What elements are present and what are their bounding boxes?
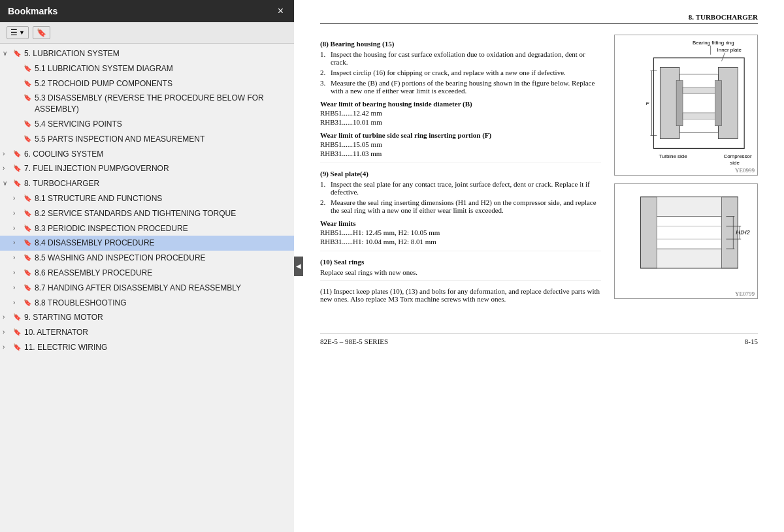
list-item: Inspect circlip (16) for chipping or cra… <box>320 69 601 76</box>
svg-rect-22 <box>657 197 721 217</box>
sidebar-item-5.4[interactable]: 🔖5.4 SERVICING POINTS <box>0 117 294 132</box>
seal-rings-section: (10) Seal rings Replace seal rings with … <box>320 258 601 281</box>
sidebar-item-8.4[interactable]: ›🔖8.4 DISASSEMBLY PROCEDURE <box>0 236 294 251</box>
bookmark-flag-icon: 🔖 <box>24 298 31 307</box>
toolbar-options-button[interactable]: ☰ ▼ <box>7 26 29 39</box>
wear-limits-1: Wear limit of bearing housing inside dia… <box>320 100 601 157</box>
bookmark-flag-icon: 🔖 <box>13 343 21 352</box>
svg-text:Bearing fitting ring: Bearing fitting ring <box>693 40 734 46</box>
footer-page: 8-15 <box>745 337 758 345</box>
bookmark-flag-icon: 🔖 <box>13 149 21 159</box>
sidebar-item-5.2[interactable]: 🔖5.2 TROCHOID PUMP COMPONENTS <box>0 76 294 91</box>
bookmark-flag-icon: 🔖 <box>24 64 31 73</box>
bookmark-item-label: 5.4 SERVICING POINTS <box>35 119 290 130</box>
sidebar-item-8.8[interactable]: ›🔖8.8 TROUBLESHOOTING <box>0 296 294 311</box>
chevron-down-icon: ▼ <box>19 29 25 36</box>
expand-arrow-icon: › <box>13 298 22 307</box>
bookmark-flag-icon: 🔖 <box>13 313 21 322</box>
keep-plates-text: (11) Inspect keep plates (10), (13) and … <box>320 287 601 303</box>
page-header: 8. TURBOCHARGER <box>320 13 758 24</box>
bookmark-flag-icon: 🔖 <box>13 164 21 173</box>
sidebar-item-lubrication[interactable]: ∨🔖5. LUBRICATION SYSTEM <box>0 46 294 61</box>
svg-line-3 <box>721 53 725 61</box>
bookmark-flag-icon: 🔖 <box>24 224 31 233</box>
wear-value: RHB31......11.03 mm <box>320 149 601 157</box>
sidebar-item-9[interactable]: ›🔖9. STARTING MOTOR <box>0 310 294 325</box>
seal-plate-diagram: H1 H2 YE0799 <box>614 183 758 299</box>
bookmark-flag-icon: 🔖 <box>24 238 31 247</box>
wear-limits-2: Wear limits RHB51......H1: 12.45 mm, H2:… <box>320 219 601 245</box>
list-item: Measure the (B) and (F) portions of the … <box>320 79 601 95</box>
sidebar-item-11[interactable]: ›🔖11. ELECTRIC WIRING <box>0 340 294 355</box>
bookmark-flag-icon: 🔖 <box>24 119 31 129</box>
bearing-housing-header: (8) Bearing housing (15) <box>320 40 601 48</box>
svg-rect-6 <box>679 74 718 132</box>
sidebar-item-8[interactable]: ∨🔖8. TURBOCHARGER <box>0 176 294 191</box>
bookmark-item-label: 10. ALTERNATOR <box>24 327 290 338</box>
diagram2-caption: YE0799 <box>615 289 757 298</box>
expand-arrow-icon: › <box>13 194 22 203</box>
sidebar-collapse-button[interactable]: ◀ <box>294 257 303 276</box>
bookmark-item-label: 8.1 STRUCTURE AND FUNCTIONS <box>35 193 290 204</box>
expand-arrow-icon: › <box>3 328 12 337</box>
sidebar-title: Bookmarks <box>8 6 57 16</box>
bookmark-item-label: 5.5 PARTS INSPECTION AND MEASUREMENT <box>35 134 290 145</box>
bookmark-flag-icon: 🔖 <box>24 209 31 218</box>
expand-arrow-icon: › <box>3 164 12 173</box>
sidebar-item-8.7[interactable]: ›🔖8.7 HANDING AFTER DISASSEMBLY AND REAS… <box>0 281 294 296</box>
svg-rect-24 <box>657 217 721 249</box>
text-column: (8) Bearing housing (15) Inspect the hou… <box>320 35 601 313</box>
toolbar-bookmark-button[interactable]: 🔖 <box>33 26 50 39</box>
expand-arrow-icon: › <box>3 313 12 322</box>
bookmark-item-label: 8.3 PERIODIC INSPECTION PROCEDURE <box>35 223 290 234</box>
bookmark-item-label: 6. COOLING SYSTEM <box>24 149 290 160</box>
bookmark-item-label: 5.2 TROCHOID PUMP COMPONENTS <box>35 78 290 89</box>
sidebar-item-8.3[interactable]: ›🔖8.3 PERIODIC INSPECTION PROCEDURE <box>0 221 294 236</box>
bookmark-item-label: 8.8 TROUBLESHOOTING <box>35 298 290 309</box>
svg-text:Inner plate: Inner plate <box>717 47 742 53</box>
bookmark-item-label: 8.6 REASSEMBLY PROCEDURE <box>35 268 290 279</box>
sidebar-item-7[interactable]: ›🔖7. FUEL INJECTION PUMP/GOVERNOR <box>0 161 294 176</box>
svg-rect-10 <box>683 87 715 93</box>
bookmark-item-label: 7. FUEL INJECTION PUMP/GOVERNOR <box>24 163 290 174</box>
sidebar-item-5.5[interactable]: 🔖5.5 PARTS INSPECTION AND MEASUREMENT <box>0 132 294 147</box>
wear-value: RHB51......H1: 12.45 mm, H2: 10.05 mm <box>320 228 601 236</box>
sidebar-item-6[interactable]: ›🔖6. COOLING SYSTEM <box>0 147 294 162</box>
sidebar-item-8.6[interactable]: ›🔖8.6 REASSEMBLY PROCEDURE <box>0 266 294 281</box>
svg-rect-9 <box>715 80 722 125</box>
bookmark-flag-icon: 🔖 <box>13 179 21 188</box>
seal-plate-header: (9) Seal plate(4) <box>320 170 601 178</box>
bearing-housing-section: (8) Bearing housing (15) Inspect the hou… <box>320 40 601 163</box>
sidebar-item-5.3[interactable]: 🔖5.3 DISASSEMBLY (REVERSE THE PROCEDURE … <box>0 91 294 117</box>
bearing-housing-list: Inspect the housing for cast surface exf… <box>320 50 601 95</box>
expand-arrow-icon: ∨ <box>3 179 12 188</box>
bookmark-flag-icon: 🔖 <box>13 328 21 337</box>
svg-rect-8 <box>676 80 683 125</box>
bookmark-flag-icon: 🔖 <box>13 49 21 58</box>
close-button[interactable]: × <box>275 5 286 17</box>
page-footer: 82E-5 – 98E-5 SERIES 8-15 <box>320 333 758 345</box>
sidebar-item-10[interactable]: ›🔖10. ALTERNATOR <box>0 325 294 340</box>
bookmark-flag-icon: 🔖 <box>24 268 31 277</box>
seal-plate-svg: H1 H2 <box>615 184 757 288</box>
expand-arrow-icon: › <box>13 283 22 292</box>
diagram1-caption: YE0999 <box>615 166 757 175</box>
sidebar-item-8.1[interactable]: ›🔖8.1 STRUCTURE AND FUNCTIONS <box>0 191 294 206</box>
seal-plate-section: (9) Seal plate(4) Inspect the seal plate… <box>320 170 601 251</box>
main-content: 8. TURBOCHARGER (8) Bearing housing (15)… <box>294 0 784 532</box>
svg-rect-23 <box>657 249 721 268</box>
sidebar-item-8.5[interactable]: ›🔖8.5 WASHING AND INSPECTION PROCEDURE <box>0 251 294 266</box>
bookmark-flag-icon: 🔖 <box>24 253 31 262</box>
sidebar-item-8.2[interactable]: ›🔖8.2 SERVICE STANDARDS AND TIGHTENING T… <box>0 206 294 221</box>
wear-value: RHB51......12.42 mm <box>320 109 601 117</box>
bookmark-item-label: 5.3 DISASSEMBLY (REVERSE THE PROCEDURE B… <box>35 93 290 115</box>
list-item: Inspect the seal plate for any contact t… <box>320 180 601 196</box>
expand-arrow-icon: › <box>3 343 12 352</box>
bookmark-item-label: 8.4 DISASSEMBLY PROCEDURE <box>35 238 290 249</box>
bookmark-item-label: 5.1 LUBRICATION SYSTEM DIAGRAM <box>35 63 290 74</box>
sidebar-item-5.1[interactable]: 🔖5.1 LUBRICATION SYSTEM DIAGRAM <box>0 61 294 76</box>
wear-limits-header-2: Wear limits <box>320 219 601 227</box>
bookmark-item-label: 8.7 HANDING AFTER DISASSEMBLY AND REASSE… <box>35 283 290 294</box>
bookmark-item-label: 9. STARTING MOTOR <box>24 312 290 323</box>
svg-text:H2: H2 <box>742 229 749 236</box>
